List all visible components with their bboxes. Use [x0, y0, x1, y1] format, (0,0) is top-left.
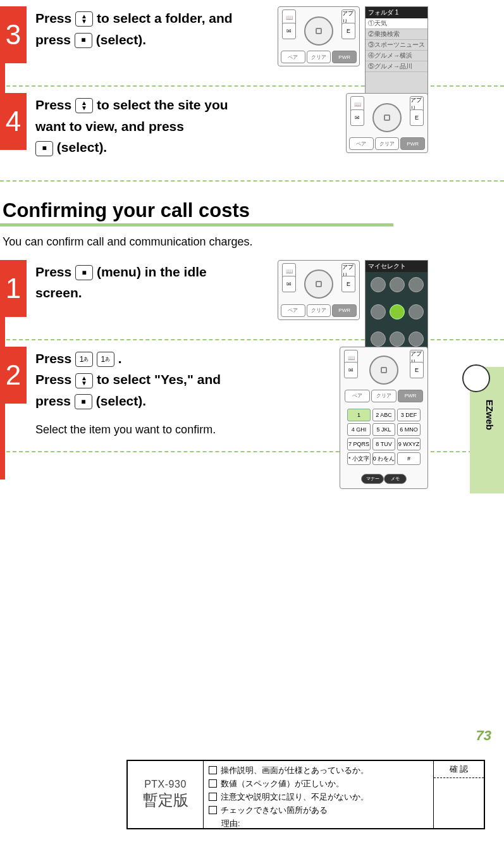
- menu-icon: [371, 304, 386, 319]
- checkbox-icon[interactable]: [209, 779, 217, 788]
- square-key-icon: ■: [75, 33, 92, 48]
- step-b2-block: 2 Press 1 あ 1 あ . Press ▲▼ to select "Ye…: [0, 347, 504, 453]
- reason-label: 理由:: [209, 818, 428, 829]
- step-3-block: 3 Press ▲▼ to select a folder, and press…: [0, 6, 504, 87]
- e-key: E: [341, 23, 355, 39]
- check-item: 数値（スペック値）が正しいか。: [209, 778, 428, 789]
- pwr-key: PWR: [400, 137, 425, 150]
- menu-icon: [390, 277, 405, 292]
- step-3-text: Press ▲▼ to select a folder, and press ■…: [35, 6, 244, 50]
- key-8: 8 TUV: [372, 438, 396, 450]
- myselect-screen-image: マイセレクト: [365, 260, 428, 361]
- clear-key: クリア: [371, 390, 396, 402]
- pwr-key: PWR: [398, 390, 423, 402]
- one-key-icon: 1 あ: [97, 352, 114, 367]
- step-b1-text: Press ■ (menu) in the idle screen.: [35, 260, 244, 304]
- section-subtitle: You can confirm call and communication c…: [3, 235, 504, 249]
- clear-key: クリア: [375, 137, 400, 150]
- checkbox-icon[interactable]: [209, 766, 217, 774]
- key-7: 7 PQRS: [347, 438, 371, 450]
- side-label: EZweb: [484, 400, 495, 430]
- menu-icon: [371, 331, 386, 347]
- mail-icon: ✉: [344, 362, 358, 378]
- dpad-illustration: 📖 アプリ ✉ E ペア クリア PWR: [278, 6, 360, 66]
- step-number-b2: 2: [0, 347, 27, 404]
- menu-icon: [390, 331, 405, 347]
- menu-icon-highlighted: [390, 304, 405, 319]
- key-6: 6 MNO: [397, 423, 421, 436]
- manner-key: マナー: [361, 474, 384, 484]
- pair-key: ペア: [349, 137, 374, 150]
- screen-header: マイセレクト: [366, 261, 427, 272]
- clear-key: クリア: [307, 304, 331, 317]
- step-number-3: 3: [0, 6, 27, 63]
- menu-icon: [409, 304, 424, 319]
- dpad-icon: [304, 269, 333, 299]
- updown-key-icon: ▲▼: [75, 98, 93, 113]
- step-b1-block: 1 Press ■ (menu) in the idle screen. 📖 ア…: [0, 260, 504, 340]
- key-9: 9 WXYZ: [397, 438, 421, 450]
- clear-key: クリア: [307, 51, 331, 63]
- footer-box: PTX-930 暫定版 操作説明、画面が仕様とあっているか。 数値（スペック値）…: [126, 760, 485, 829]
- dpad-icon: [304, 16, 333, 46]
- key-star: * 小文字: [347, 452, 371, 465]
- mail-icon: ✉: [350, 109, 364, 126]
- screen-header: フォルダ 1: [366, 7, 427, 18]
- section-title: Confirming your call costs: [3, 199, 504, 223]
- check-item: 注意文や説明文に誤り、不足がないか。: [209, 791, 428, 803]
- step-number-4: 4: [0, 93, 27, 150]
- pair-key: ペア: [281, 304, 305, 317]
- check-item: 操作説明、画面が仕様とあっているか。: [209, 765, 428, 776]
- key-5: 5 JKL: [372, 423, 396, 436]
- step-number-b1: 1: [0, 260, 27, 317]
- pair-key: ペア: [281, 51, 305, 63]
- dpad-icon: [372, 103, 402, 132]
- checkbox-icon[interactable]: [209, 806, 217, 814]
- confirm-label: 確 認: [434, 761, 484, 778]
- check-item: チェックできない箇所がある: [209, 805, 428, 816]
- numpad: 1 2 ABC 3 DEF 4 GHI 5 JKL 6 MNO 7 PQRS 8…: [345, 407, 422, 467]
- square-key-icon: ■: [35, 141, 53, 156]
- pwr-key: PWR: [332, 51, 357, 63]
- folder-screen-image: フォルダ 1 ①天気 ②乗換検索 ③スポーツニュース ④グルメ→横浜 ⑤グルメ→…: [365, 6, 428, 108]
- menu-icon: [371, 277, 386, 292]
- mail-icon: ✉: [282, 276, 296, 292]
- e-key: E: [410, 362, 424, 378]
- page-number: 73: [476, 727, 491, 744]
- key-2: 2 ABC: [372, 409, 396, 421]
- stamp-icon: [462, 364, 490, 392]
- square-key-icon: ■: [75, 265, 93, 280]
- key-hash: #: [397, 452, 421, 465]
- step-b2-text: Press 1 あ 1 あ . Press ▲▼ to select "Yes,…: [35, 347, 244, 439]
- model-label: PTX-930: [144, 779, 187, 790]
- checkbox-icon[interactable]: [209, 793, 217, 801]
- e-key: E: [341, 276, 355, 292]
- key-1: 1: [347, 409, 371, 421]
- menu-icon: [409, 331, 424, 347]
- e-key: E: [410, 109, 424, 126]
- menu-icon: [409, 277, 424, 292]
- key-0: 0 わをん: [372, 452, 396, 465]
- pair-key: ペア: [345, 390, 370, 402]
- mail-icon: ✉: [282, 23, 296, 39]
- dpad-illustration: 📖 アプリ ✉ E ペア クリア PWR: [346, 93, 428, 153]
- dpad-icon: [369, 356, 398, 385]
- tentative-label: 暫定版: [143, 790, 188, 810]
- updown-key-icon: ▲▼: [75, 11, 93, 27]
- step-b2-note: Select the item you want to confirm.: [35, 421, 244, 439]
- key-4: 4 GHI: [347, 423, 371, 436]
- one-key-icon: 1 あ: [75, 352, 93, 367]
- memo-key: メモ: [384, 474, 407, 484]
- dpad-illustration: 📖 アプリ ✉ E ペア クリア PWR: [278, 260, 360, 320]
- square-key-icon: ■: [75, 394, 92, 409]
- updown-key-icon: ▲▼: [75, 373, 93, 388]
- pwr-key: PWR: [332, 304, 357, 317]
- title-underline: [0, 223, 504, 226]
- step-4-text: Press ▲▼ to select the site you want to …: [35, 93, 244, 158]
- keypad-illustration: 📖 アプリ ✉ E ペア クリア PWR 1 2 ABC 3 DE: [340, 347, 428, 489]
- key-3: 3 DEF: [397, 409, 421, 421]
- step-4-block: 4 Press ▲▼ to select the site you want t…: [0, 93, 504, 182]
